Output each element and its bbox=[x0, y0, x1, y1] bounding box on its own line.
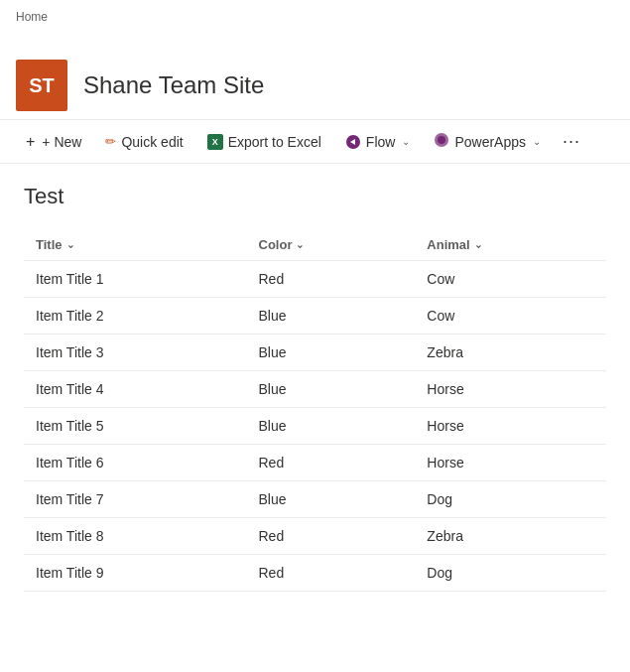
flow-button[interactable]: Flow ⌄ bbox=[335, 128, 421, 156]
table-row[interactable]: Item Title 5BlueHorse bbox=[24, 408, 606, 445]
list-table: Title ⌄ Color ⌄ Animal ⌄ bbox=[24, 229, 606, 592]
cell-animal: Dog bbox=[415, 481, 606, 518]
svg-point-2 bbox=[438, 136, 445, 144]
powerapps-chevron-icon: ⌄ bbox=[533, 136, 541, 147]
table-row[interactable]: Item Title 7BlueDog bbox=[24, 481, 606, 518]
cell-animal: Horse bbox=[415, 408, 606, 445]
excel-icon: X bbox=[207, 134, 223, 150]
col-header-title[interactable]: Title ⌄ bbox=[24, 229, 247, 261]
cell-color: Red bbox=[247, 555, 416, 592]
table-row[interactable]: Item Title 6RedHorse bbox=[24, 445, 606, 481]
table-row[interactable]: Item Title 4BlueHorse bbox=[24, 371, 606, 408]
new-button[interactable]: + + New bbox=[16, 127, 91, 157]
cell-title: Item Title 6 bbox=[24, 445, 247, 481]
cell-title: Item Title 8 bbox=[24, 518, 247, 555]
animal-sort-icon: ⌄ bbox=[474, 239, 482, 250]
quick-edit-button[interactable]: ✏ Quick edit bbox=[95, 128, 192, 156]
cell-animal: Horse bbox=[415, 371, 606, 408]
site-title: Shane Team Site bbox=[83, 71, 264, 99]
flow-chevron-icon: ⌄ bbox=[402, 136, 410, 147]
cell-title: Item Title 9 bbox=[24, 555, 247, 592]
cell-title: Item Title 7 bbox=[24, 481, 247, 518]
table-row[interactable]: Item Title 3BlueZebra bbox=[24, 335, 606, 371]
color-sort-icon: ⌄ bbox=[296, 239, 304, 250]
powerapps-icon bbox=[434, 132, 449, 151]
cell-color: Blue bbox=[247, 335, 416, 371]
cell-color: Red bbox=[247, 518, 416, 555]
breadcrumb[interactable]: Home bbox=[16, 10, 48, 24]
table-row[interactable]: Item Title 9RedDog bbox=[24, 555, 606, 592]
cell-animal: Zebra bbox=[415, 518, 606, 555]
table-header-row: Title ⌄ Color ⌄ Animal ⌄ bbox=[24, 229, 606, 261]
table-row[interactable]: Item Title 8RedZebra bbox=[24, 518, 606, 555]
cell-title: Item Title 5 bbox=[24, 408, 247, 445]
export-excel-button[interactable]: X Export to Excel bbox=[197, 128, 331, 156]
powerapps-button[interactable]: PowerApps ⌄ bbox=[424, 126, 551, 157]
table-row[interactable]: Item Title 2BlueCow bbox=[24, 298, 606, 335]
cell-animal: Dog bbox=[415, 555, 606, 592]
cell-title: Item Title 2 bbox=[24, 298, 247, 335]
more-button[interactable]: ··· bbox=[555, 127, 588, 156]
title-sort-icon: ⌄ bbox=[66, 239, 74, 250]
site-logo: ST bbox=[16, 60, 67, 111]
col-header-color[interactable]: Color ⌄ bbox=[247, 229, 416, 261]
cell-title: Item Title 1 bbox=[24, 261, 247, 298]
cell-title: Item Title 4 bbox=[24, 371, 247, 408]
cell-title: Item Title 3 bbox=[24, 335, 247, 371]
cell-color: Blue bbox=[247, 481, 416, 518]
cell-color: Red bbox=[247, 445, 416, 481]
table-row[interactable]: Item Title 1RedCow bbox=[24, 261, 606, 298]
cell-color: Blue bbox=[247, 371, 416, 408]
more-icon: ··· bbox=[563, 131, 580, 152]
cell-animal: Zebra bbox=[415, 335, 606, 371]
cell-animal: Cow bbox=[415, 261, 606, 298]
col-header-animal[interactable]: Animal ⌄ bbox=[415, 229, 606, 261]
page-title: Test bbox=[24, 184, 606, 209]
cell-color: Blue bbox=[247, 298, 416, 335]
cell-color: Blue bbox=[247, 408, 416, 445]
flow-icon bbox=[345, 134, 361, 150]
plus-icon: + bbox=[26, 133, 35, 151]
pencil-icon: ✏ bbox=[105, 134, 116, 149]
cell-animal: Cow bbox=[415, 298, 606, 335]
cell-color: Red bbox=[247, 261, 416, 298]
cell-animal: Horse bbox=[415, 445, 606, 481]
toolbar: + + New ✏ Quick edit X Export to Excel F… bbox=[0, 120, 630, 164]
